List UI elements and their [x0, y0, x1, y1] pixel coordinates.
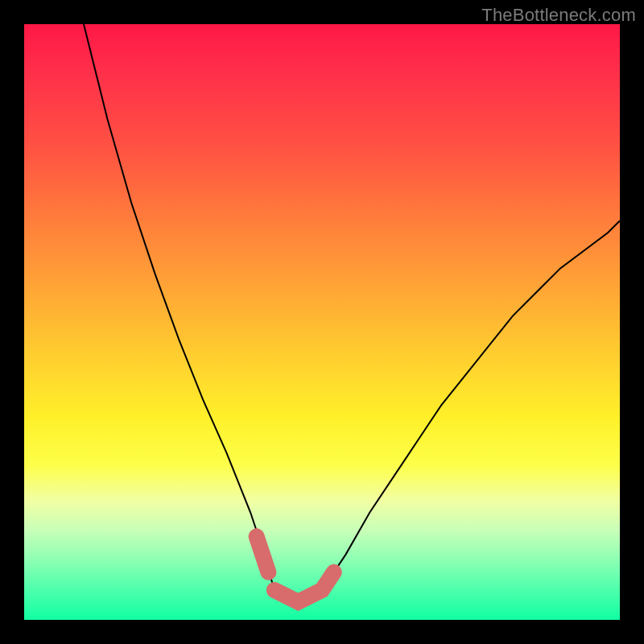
watermark-text: TheBottleneck.com — [481, 5, 636, 26]
curve-left-branch — [84, 24, 275, 590]
curve-right-branch — [322, 221, 620, 590]
highlight-valley — [275, 572, 334, 602]
curve-layer — [24, 24, 620, 620]
plot-area — [24, 24, 620, 620]
chart-frame: TheBottleneck.com — [0, 0, 644, 644]
highlight-left-tip — [257, 536, 269, 572]
